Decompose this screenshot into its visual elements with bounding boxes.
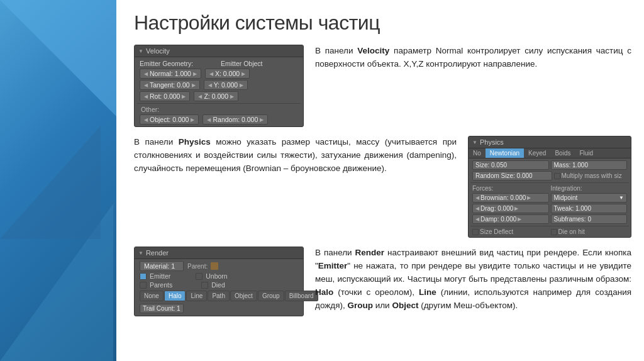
- text-object-bold: Object: [392, 301, 418, 310]
- render-mode-billboard[interactable]: Billboard: [285, 291, 318, 301]
- phys-sizedeflect-checkbox[interactable]: [472, 229, 479, 235]
- vel-row-1: ◀ Normal: 1.000 ▶ ◀ X: 0.000 ▶: [137, 68, 301, 79]
- phys-damp-subframes-row: ◀ Damp: 0.000 ▶ Subframes: 0: [470, 214, 629, 225]
- phys-randsize-field[interactable]: Random Size: 0.000: [472, 171, 552, 181]
- page-title: Настройки системы частиц: [134, 11, 631, 35]
- phys-brownian-midpoint-row: ◀ Brownian: 0.000 ▶ Midpoint ▼: [470, 192, 629, 203]
- brown-left-arrow: ◀: [475, 195, 479, 201]
- render-trail-value: Trail Count: 1: [143, 305, 180, 312]
- vel-rot-field[interactable]: ◀ Rot: 0.000 ▶: [140, 91, 190, 101]
- section-2-text: В панели Physics можно указать размер ча…: [134, 136, 457, 238]
- phys-select-arrow-icon: ▼: [619, 195, 624, 201]
- vel-y-value: Y: 0.000: [214, 81, 238, 89]
- render-panel-arrow-icon: ▼: [138, 250, 143, 256]
- render-mode-group[interactable]: Group: [258, 291, 284, 301]
- render-emitter-checkbox[interactable]: [140, 273, 147, 280]
- field-right-arrow-rand: ▶: [260, 117, 264, 123]
- render-mode-halo[interactable]: Halo: [164, 291, 186, 301]
- velocity-panel: ▼ Velocity Emitter Geometry: Emitter Obj…: [134, 45, 304, 127]
- vel-x-field[interactable]: ◀ X: 0.000 ▶: [205, 69, 250, 79]
- render-parent-row: Parent:: [187, 262, 219, 270]
- text-emitter-bold: Emitter: [318, 261, 348, 270]
- phys-damp-value: Damp: 0.000: [480, 216, 516, 223]
- section-3-text: В панели Render настраивают внешний вид …: [315, 247, 631, 316]
- text-velocity-bold: Velocity: [357, 46, 389, 55]
- physics-panel-title: Physics: [480, 138, 504, 146]
- phys-drag-field[interactable]: ◀ Drag: 0.000 ▶: [472, 204, 549, 213]
- damp-right-arrow: ▶: [518, 216, 521, 222]
- vel-tangent-field[interactable]: ◀ Tangent: 0.00 ▶: [140, 80, 200, 90]
- render-parent-icon[interactable]: [210, 262, 219, 270]
- emitter-geometry-label: Emitter Geometry:: [140, 60, 217, 67]
- render-mode-path[interactable]: Path: [208, 291, 230, 301]
- text-render-before: В панели: [315, 248, 355, 257]
- vel-other-label: Other:: [137, 105, 301, 114]
- phys-midpoint-select[interactable]: Midpoint ▼: [551, 193, 628, 203]
- phys-forces-label: Forces:: [472, 185, 549, 192]
- render-parents-checkbox[interactable]: [140, 282, 147, 289]
- render-material-value: Material: 1: [144, 262, 175, 270]
- phys-multiply-checkbox[interactable]: [554, 173, 560, 179]
- vel-row-2: ◀ Tangent: 0.00 ▶ ◀ Y: 0.000 ▶: [137, 79, 301, 91]
- render-unborn-label: Unborn: [206, 272, 227, 280]
- velocity-section-headers: Emitter Geometry: Emitter Object: [137, 59, 301, 68]
- phys-tab-boids[interactable]: Boids: [550, 148, 575, 158]
- text-render-mid: " не нажата, то при рендере вы увидите т…: [315, 261, 631, 284]
- render-mode-none[interactable]: None: [140, 291, 164, 301]
- section-2: В панели Physics можно указать размер ча…: [134, 136, 631, 238]
- render-parent-label: Parent:: [187, 263, 208, 270]
- phys-tweak-field[interactable]: Tweak: 1.000: [551, 204, 628, 213]
- render-mode-line[interactable]: Line: [186, 291, 207, 301]
- field-right-arrow-r: ▶: [182, 94, 186, 99]
- render-material-field[interactable]: Material: 1: [140, 261, 184, 271]
- phys-midpoint-value: Midpoint: [554, 194, 578, 201]
- phys-sep2: [470, 226, 629, 226]
- field-right-arrow: ▶: [193, 71, 197, 77]
- vel-z-field[interactable]: ◀ Z: 0.000 ▶: [194, 91, 238, 101]
- phys-brownian-field[interactable]: ◀ Brownian: 0.000 ▶: [472, 193, 549, 203]
- text-render-bold: Render: [355, 248, 385, 257]
- text-halo-bold: Halo: [315, 287, 333, 297]
- phys-tab-newtonian[interactable]: Newtonian: [486, 148, 524, 158]
- phys-forces-integration-header: Forces: Integration:: [470, 184, 629, 192]
- section-1-text: В панели Velocity параметр Normal контро…: [315, 45, 631, 127]
- phys-tweak-value: Tweak: 1.000: [554, 205, 591, 212]
- phys-tab-keyed[interactable]: Keyed: [524, 148, 550, 158]
- physics-panel-arrow-icon: ▼: [472, 140, 477, 145]
- render-died-label: Died: [211, 281, 225, 289]
- phys-sizedeflect-row: Size Deflect: [472, 228, 549, 235]
- field-right-arrow-y: ▶: [240, 82, 243, 88]
- text-halo-desc: (точки с ореолом),: [333, 287, 419, 297]
- phys-size-field[interactable]: Size: 0.050: [472, 160, 549, 170]
- text-object-desc: (другим Меш-объектом).: [418, 301, 518, 310]
- vel-random-field[interactable]: ◀ Random: 0.000 ▶: [203, 114, 268, 125]
- vel-object-field[interactable]: ◀ Object: 0.000 ▶: [140, 114, 199, 125]
- phys-tab-no[interactable]: No: [469, 148, 486, 158]
- vel-object-value: Object: 0.000: [150, 116, 189, 123]
- field-right-arrow-z: ▶: [230, 94, 234, 99]
- phys-diehit-checkbox[interactable]: [551, 229, 557, 235]
- vel-normal-field[interactable]: ◀ Normal: 1.000 ▶: [140, 69, 201, 79]
- render-material-parent-row: Material: 1 Parent:: [137, 260, 301, 272]
- phys-diehit-row: Die on hit: [551, 228, 628, 235]
- phys-mass-field[interactable]: Mass: 1.000: [551, 160, 628, 170]
- render-parents-label: Parents: [150, 281, 172, 289]
- section-3: ▼ Render Material: 1 Parent:: [134, 247, 631, 316]
- render-emitter-label: Emitter: [150, 272, 170, 280]
- render-trail-field[interactable]: Trail Count: 1: [140, 304, 184, 313]
- render-unborn-checkbox[interactable]: [196, 273, 203, 280]
- brown-right-arrow: ▶: [527, 195, 531, 201]
- phys-subframes-field[interactable]: Subframes: 0: [551, 214, 628, 224]
- vel-y-field[interactable]: ◀ Y: 0.000 ▶: [204, 80, 248, 90]
- phys-size-value: Size: 0.050: [475, 162, 507, 169]
- phys-damp-field[interactable]: ◀ Damp: 0.000 ▶: [472, 214, 549, 224]
- render-mode-object[interactable]: Object: [230, 291, 257, 301]
- phys-drag-tweak-row: ◀ Drag: 0.000 ▶ Tweak: 1.000: [470, 203, 629, 214]
- phys-tab-fluid[interactable]: Fluid: [575, 148, 597, 158]
- render-mode-bar: None Halo Line Path Object Group Billboa…: [137, 289, 301, 303]
- render-panel-container: ▼ Render Material: 1 Parent:: [134, 247, 304, 316]
- text-group-or: или: [373, 301, 392, 310]
- vel-row-3: ◀ Rot: 0.000 ▶ ◀ Z: 0.000 ▶: [137, 91, 301, 102]
- phys-sizedeflect-label: Size Deflect: [480, 228, 513, 235]
- render-died-checkbox[interactable]: [201, 282, 208, 289]
